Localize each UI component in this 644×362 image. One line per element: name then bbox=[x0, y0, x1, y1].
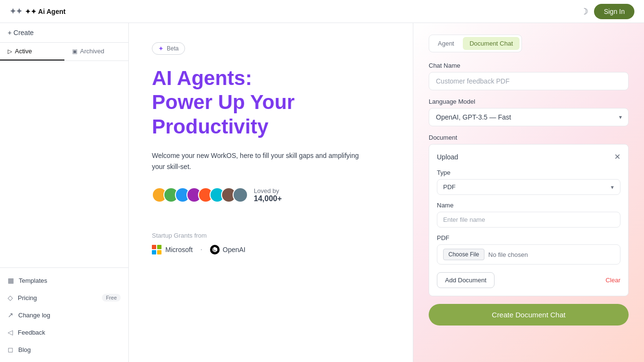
logo-text: ✦✦ Ai Agent bbox=[25, 8, 65, 15]
hero-description: Welcome your new WorkOS, here to fill yo… bbox=[152, 150, 363, 172]
pdf-label: PDF bbox=[437, 234, 620, 241]
sidebar-content bbox=[0, 61, 128, 267]
right-panel: Agent Document Chat Chat Name Language M… bbox=[413, 23, 644, 362]
name-label: Name bbox=[437, 202, 620, 209]
type-group: Type PDF DOCX TXT ▾ bbox=[437, 169, 620, 195]
name-input[interactable] bbox=[437, 212, 620, 228]
loved-by-text: Loved by 14,000+ bbox=[254, 187, 282, 203]
create-button[interactable]: + Create bbox=[8, 29, 34, 36]
dark-mode-button[interactable]: ☽ bbox=[581, 6, 588, 17]
sidebar-item-templates[interactable]: ▦ Templates bbox=[0, 272, 128, 289]
header: ✦✦ ✦✦ Ai Agent ☽ Sign In bbox=[0, 0, 644, 23]
openai-name: OpenAI bbox=[223, 246, 245, 253]
name-group: Name bbox=[437, 202, 620, 228]
close-document-button[interactable]: ✕ bbox=[614, 152, 620, 161]
logo-icon: ✦✦ bbox=[10, 7, 22, 16]
type-select-wrapper: PDF DOCX TXT ▾ bbox=[437, 179, 620, 195]
hero-title: AI Agents:Power Up YourProductivity bbox=[152, 66, 390, 139]
chat-name-input[interactable] bbox=[429, 72, 629, 90]
sponsors: Startup Grants from Microsoft · bbox=[152, 232, 390, 254]
tab-document-chat[interactable]: Document Chat bbox=[463, 37, 520, 50]
document-header: Upload ✕ bbox=[437, 152, 620, 161]
language-model-label: Language Model bbox=[429, 98, 629, 105]
templates-label: Templates bbox=[19, 277, 47, 284]
no-file-label: No file chosen bbox=[488, 251, 528, 258]
openai-icon bbox=[210, 245, 220, 254]
main-layout: + Create ▷ Active ▣ Archived ▦ Templates… bbox=[0, 23, 644, 362]
language-model-group: Language Model OpenAI, GPT-3.5 — Fast Op… bbox=[429, 98, 629, 126]
microsoft-icon bbox=[152, 245, 161, 254]
pricing-icon: ◇ bbox=[8, 294, 13, 302]
beta-label: Beta bbox=[167, 45, 179, 52]
changelog-icon: ↗ bbox=[8, 311, 13, 319]
changelog-label: Change log bbox=[18, 312, 50, 319]
feedback-icon: ◁ bbox=[8, 328, 13, 336]
blog-label: Blog bbox=[18, 346, 31, 353]
document-box: Upload ✕ Type PDF DOCX TXT ▾ bbox=[429, 144, 629, 296]
logo: ✦✦ ✦✦ Ai Agent bbox=[10, 7, 65, 16]
microsoft-name: Microsoft bbox=[165, 246, 193, 253]
separator: · bbox=[200, 245, 202, 254]
choose-file-button[interactable]: Choose File bbox=[443, 249, 484, 260]
loved-by: Loved by 14,000+ bbox=[152, 187, 390, 203]
sidebar-bottom: ▦ Templates ◇ Pricing Free ↗ Change log … bbox=[0, 267, 128, 362]
create-document-chat-button[interactable]: Create Document Chat bbox=[429, 304, 629, 326]
active-icon: ▷ bbox=[8, 48, 12, 55]
upload-label: Upload bbox=[437, 153, 458, 161]
sidebar-item-pricing[interactable]: ◇ Pricing Free bbox=[0, 289, 128, 306]
main-content: ✦ Beta AI Agents:Power Up YourProductivi… bbox=[129, 23, 644, 362]
sidebar-tab-active[interactable]: ▷ Active bbox=[0, 43, 64, 60]
templates-icon: ▦ bbox=[8, 277, 14, 284]
language-model-select[interactable]: OpenAI, GPT-3.5 — Fast OpenAI, GPT-4 Ant… bbox=[429, 108, 629, 126]
avatar-8 bbox=[233, 187, 248, 203]
add-document-button[interactable]: Add Document bbox=[437, 272, 495, 288]
sidebar-item-blog[interactable]: ◻ Blog bbox=[0, 341, 128, 358]
file-input-wrapper: Choose File No file chosen bbox=[437, 244, 620, 265]
avatars bbox=[152, 187, 248, 203]
doc-actions: Add Document Clear bbox=[437, 272, 620, 288]
feedback-label: Feedback bbox=[18, 329, 45, 336]
active-tab-label: Active bbox=[15, 48, 32, 55]
loved-by-count: 14,000+ bbox=[254, 194, 282, 203]
document-group: Document Upload ✕ Type PDF DOCX TXT bbox=[429, 134, 629, 296]
openai-logo: OpenAI bbox=[210, 245, 245, 254]
sign-in-button[interactable]: Sign In bbox=[594, 4, 634, 19]
beta-icon: ✦ bbox=[158, 45, 164, 52]
left-panel: ✦ Beta AI Agents:Power Up YourProductivi… bbox=[129, 23, 413, 362]
pdf-group: PDF Choose File No file chosen bbox=[437, 234, 620, 265]
sponsor-logos: Microsoft · OpenAI bbox=[152, 245, 390, 254]
type-label: Type bbox=[437, 169, 620, 176]
archived-tab-label: Archived bbox=[80, 48, 105, 55]
blog-icon: ◻ bbox=[8, 346, 13, 353]
pricing-label: Pricing bbox=[18, 294, 37, 302]
type-select[interactable]: PDF DOCX TXT bbox=[437, 179, 620, 195]
clear-button[interactable]: Clear bbox=[606, 277, 620, 284]
sidebar-item-feedback[interactable]: ◁ Feedback bbox=[0, 324, 128, 341]
header-right: ☽ Sign In bbox=[581, 4, 634, 19]
sidebar-tabs: ▷ Active ▣ Archived bbox=[0, 43, 128, 61]
microsoft-logo: Microsoft bbox=[152, 245, 193, 254]
tab-agent[interactable]: Agent bbox=[431, 37, 461, 50]
document-label: Document bbox=[429, 134, 629, 141]
sidebar-item-changelog[interactable]: ↗ Change log bbox=[0, 306, 128, 324]
archive-icon: ▣ bbox=[72, 48, 77, 55]
sponsors-label: Startup Grants from bbox=[152, 232, 390, 239]
sidebar: + Create ▷ Active ▣ Archived ▦ Templates… bbox=[0, 23, 129, 362]
chat-type-tabs: Agent Document Chat bbox=[429, 35, 522, 52]
loved-by-label: Loved by bbox=[254, 187, 282, 194]
free-badge: Free bbox=[102, 294, 121, 302]
chat-name-group: Chat Name bbox=[429, 62, 629, 90]
beta-badge: ✦ Beta bbox=[152, 42, 185, 55]
sidebar-tab-archived[interactable]: ▣ Archived bbox=[64, 43, 129, 60]
language-model-select-wrapper: OpenAI, GPT-3.5 — Fast OpenAI, GPT-4 Ant… bbox=[429, 108, 629, 126]
chat-name-label: Chat Name bbox=[429, 62, 629, 69]
sidebar-top: + Create bbox=[0, 23, 128, 43]
